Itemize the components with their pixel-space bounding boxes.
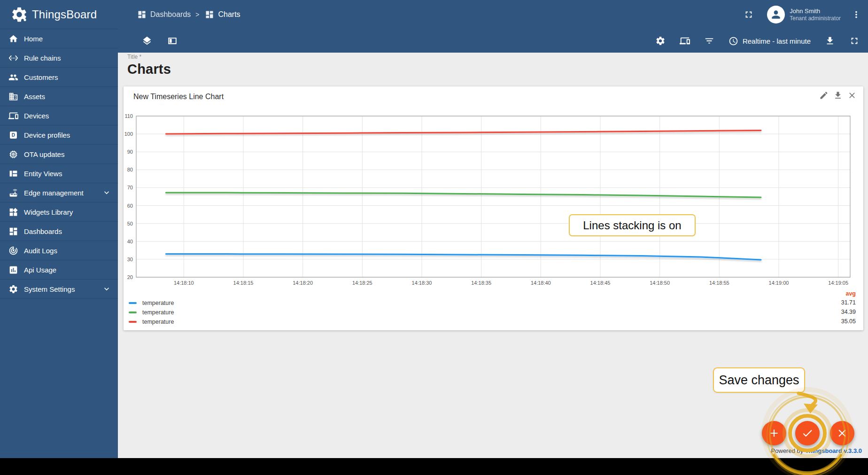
thingsboard-version-link[interactable]: Thingsboard v.3.3.0 bbox=[805, 447, 862, 454]
ota-icon bbox=[8, 149, 18, 159]
sidebar-item-assets[interactable]: Assets bbox=[0, 87, 118, 106]
filters-button[interactable] bbox=[704, 36, 714, 46]
stacking-annotation: Lines stacking is on bbox=[569, 214, 696, 236]
series-line bbox=[166, 254, 761, 260]
breadcrumb-dashboards[interactable]: Dashboards bbox=[150, 10, 191, 19]
sidebar-item-entity-views[interactable]: Entity Views bbox=[0, 164, 118, 183]
app-logo[interactable]: ThingsBoard bbox=[0, 0, 118, 29]
legend-swatch bbox=[129, 321, 137, 323]
y-tick-label: 60 bbox=[127, 203, 133, 209]
page-title: Charts bbox=[127, 62, 171, 77]
x-tick-label: 14:18:45 bbox=[590, 280, 611, 286]
x-tick-label: 14:18:15 bbox=[233, 280, 254, 286]
powered-by-text: Powered by bbox=[771, 447, 804, 454]
header-top-row: Dashboards > Charts John Smith Tenant ad… bbox=[118, 0, 868, 29]
sidebar-item-api-usage[interactable]: Api Usage bbox=[0, 260, 118, 280]
y-tick-label: 50 bbox=[127, 221, 133, 226]
sidebar-item-widgets-library[interactable]: Widgets Library bbox=[0, 202, 118, 222]
time-window-button[interactable]: Realtime - last minute bbox=[728, 36, 811, 46]
header-user-area: John Smith Tenant administrator bbox=[744, 0, 861, 29]
sidebar-item-label: Entity Views bbox=[24, 170, 62, 178]
sidebar-item-rule-chains[interactable]: Rule chains bbox=[0, 48, 118, 68]
sidebar-item-label: OTA updates bbox=[24, 150, 64, 158]
sidebar-item-label: System Settings bbox=[24, 285, 75, 293]
y-tick-label: 110 bbox=[124, 113, 133, 119]
widgets-icon bbox=[8, 207, 18, 217]
toolbar-right: Realtime - last minute bbox=[655, 36, 860, 46]
legend-item[interactable]: temperature bbox=[129, 298, 174, 308]
legend-avg-header: avg bbox=[841, 289, 856, 298]
user-menu-button[interactable] bbox=[851, 9, 861, 20]
sidebar-item-home[interactable]: Home bbox=[0, 29, 118, 48]
manage-layouts-button[interactable] bbox=[167, 36, 178, 46]
y-tick-label: 90 bbox=[127, 149, 133, 155]
sidebar-item-label: Api Usage bbox=[24, 266, 56, 274]
save-changes-tooltip: Save changes bbox=[713, 367, 805, 393]
check-icon bbox=[801, 427, 814, 439]
dashboard-title-field[interactable]: Title * Charts bbox=[127, 54, 171, 77]
dashboard-toolbar: Realtime - last minute bbox=[118, 29, 868, 53]
thingsboard-app: ThingsBoard HomeRule chainsCustomersAsse… bbox=[0, 0, 868, 475]
api-icon bbox=[8, 265, 18, 275]
layout-icon bbox=[167, 36, 178, 46]
dashboard-icon bbox=[137, 10, 147, 19]
sidebar-item-system-settings[interactable]: System Settings bbox=[0, 280, 118, 299]
powered-by: Powered by Thingsboard v.3.3.0 bbox=[771, 447, 862, 454]
entity-aliases-button[interactable] bbox=[680, 36, 690, 46]
sidebar-item-ota-updates[interactable]: OTA updates bbox=[0, 145, 118, 164]
sidebar-item-devices[interactable]: Devices bbox=[0, 106, 118, 125]
manage-states-button[interactable] bbox=[142, 36, 152, 46]
sidebar-item-dashboards[interactable]: Dashboards bbox=[0, 222, 118, 241]
add-fab[interactable] bbox=[762, 421, 786, 445]
cancel-fab[interactable] bbox=[830, 421, 854, 445]
bottom-band bbox=[0, 458, 868, 475]
series-line bbox=[166, 131, 761, 134]
plus-icon bbox=[768, 427, 780, 439]
sidebar-item-customers[interactable]: Customers bbox=[0, 68, 118, 87]
legend-item[interactable]: temperature bbox=[129, 317, 174, 327]
sidebar-item-label: Widgets Library bbox=[24, 208, 73, 216]
x-tick-label: 14:18:40 bbox=[531, 280, 551, 286]
widget-card: New Timeseries Line Chart 20304050607080… bbox=[124, 86, 863, 330]
sidebar-item-label: Rule chains bbox=[24, 54, 61, 62]
fullscreen-button[interactable] bbox=[744, 9, 754, 20]
breadcrumb-separator: > bbox=[195, 11, 199, 18]
legend-swatch bbox=[129, 311, 137, 313]
user-info[interactable]: John Smith Tenant administrator bbox=[790, 8, 841, 22]
apply-fab[interactable] bbox=[795, 421, 820, 445]
person-icon bbox=[770, 8, 782, 21]
dashboard-settings-button[interactable] bbox=[655, 36, 666, 46]
y-tick-label: 30 bbox=[127, 257, 133, 262]
sidebar-item-device-profiles[interactable]: DDevice profiles bbox=[0, 125, 118, 145]
toolbar-left bbox=[142, 36, 178, 46]
y-tick-label: 40 bbox=[127, 239, 133, 244]
y-tick-label: 80 bbox=[127, 167, 133, 172]
thingsboard-logo-icon bbox=[10, 6, 28, 23]
audit-icon bbox=[8, 246, 18, 256]
x-tick-label: 14:18:50 bbox=[650, 280, 670, 286]
legend-swatch bbox=[129, 302, 137, 304]
sidebar-item-audit-logs[interactable]: Audit Logs bbox=[0, 241, 118, 260]
legend-label: temperature bbox=[142, 309, 174, 316]
export-button[interactable] bbox=[825, 36, 835, 46]
legend-item[interactable]: temperature bbox=[129, 308, 174, 317]
toolbar-fullscreen-button[interactable] bbox=[849, 36, 860, 46]
settings-icon bbox=[8, 284, 18, 294]
title-field-label: Title * bbox=[127, 54, 171, 60]
dashboard-icon bbox=[205, 10, 214, 19]
sidebar-item-label: Audit Logs bbox=[24, 247, 57, 255]
header: Dashboards > Charts John Smith Tenant ad… bbox=[118, 0, 868, 53]
time-window-label: Realtime - last minute bbox=[743, 37, 811, 45]
timeseries-chart[interactable]: 203040506070809010011014:18:1014:18:1514… bbox=[124, 86, 863, 288]
avatar[interactable] bbox=[767, 6, 785, 23]
chevron-down-icon bbox=[102, 188, 111, 197]
fullscreen-icon bbox=[744, 9, 754, 20]
x-tick-label: 14:18:35 bbox=[471, 280, 491, 286]
x-tick-label: 14:18:30 bbox=[412, 280, 432, 286]
close-icon bbox=[836, 427, 848, 439]
chart-legend: temperaturetemperaturetemperature avg 31… bbox=[129, 289, 856, 329]
devices-icon bbox=[8, 111, 18, 121]
legend-avg-value: 35.05 bbox=[841, 317, 856, 326]
sidebar-item-edge-management[interactable]: Edge management bbox=[0, 183, 118, 202]
home-icon bbox=[8, 34, 18, 44]
